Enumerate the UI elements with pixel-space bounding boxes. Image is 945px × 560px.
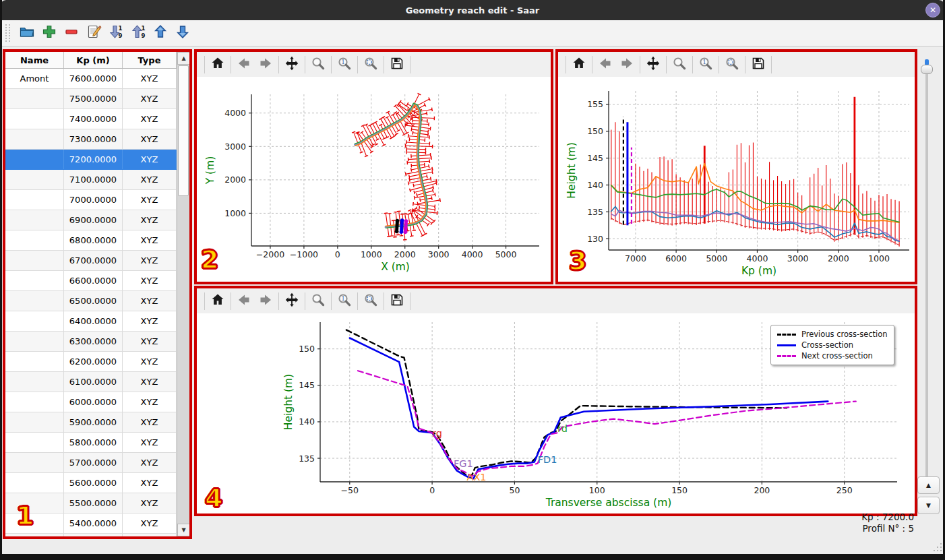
forward-button[interactable]: [255, 55, 276, 75]
table-row[interactable]: 5700.0000XYZ: [5, 453, 189, 473]
header-name[interactable]: Name: [5, 52, 64, 68]
table-row[interactable]: 6800.0000XYZ: [5, 230, 189, 251]
svg-text:−50: −50: [341, 485, 359, 495]
zoom-one-button[interactable]: 1: [695, 55, 717, 75]
table-row[interactable]: 5300.0000XYZ: [5, 534, 189, 536]
back-button[interactable]: [233, 291, 255, 311]
scroll-up-button[interactable]: ▲: [177, 52, 189, 65]
table-row[interactable]: 5600.0000XYZ: [5, 473, 189, 493]
zoom-button[interactable]: [307, 291, 329, 311]
table-body: Amont7600.0000XYZ7500.0000XYZ7400.0000XY…: [5, 69, 189, 536]
add-profile-button[interactable]: [38, 23, 60, 43]
table-row[interactable]: 5800.0000XYZ: [5, 433, 189, 453]
sort-ascending-icon: 19: [130, 24, 146, 42]
header-type[interactable]: Type: [123, 52, 177, 68]
table-cell-name: [5, 473, 64, 493]
table-row[interactable]: 6100.0000XYZ: [5, 372, 189, 392]
forward-button[interactable]: [255, 291, 276, 311]
home-button[interactable]: [568, 55, 590, 75]
pan-button[interactable]: [281, 55, 303, 75]
back-button[interactable]: [233, 55, 255, 75]
zoom-button[interactable]: [307, 55, 329, 75]
table-cell-type: XYZ: [123, 332, 177, 351]
zoom-one-button[interactable]: 1: [334, 55, 355, 75]
move-down-button[interactable]: [171, 23, 193, 43]
legend-entry: Cross-section: [777, 340, 888, 350]
forward-button[interactable]: [616, 55, 638, 75]
table-row[interactable]: 7000.0000XYZ: [5, 190, 189, 210]
edit-profile-button[interactable]: [82, 23, 104, 43]
table-row[interactable]: 6300.0000XYZ: [5, 332, 189, 352]
table-cell-name: [5, 514, 64, 533]
table-cell-type: XYZ: [123, 392, 177, 412]
title-bar: Geometry reach edit - Saar ✕: [0, 0, 945, 20]
svg-text:140: 140: [299, 416, 315, 427]
open-folder-button[interactable]: [16, 23, 38, 43]
sort-ascending-button[interactable]: 19: [127, 23, 149, 43]
table-cell-kp: 7600.0000: [64, 69, 123, 88]
table-cell-type: XYZ: [123, 210, 177, 230]
toolbar-separator: [384, 56, 384, 73]
zoom-one-icon: 1: [336, 55, 353, 74]
header-kp[interactable]: Kp (m): [64, 52, 123, 68]
table-row[interactable]: 6700.0000XYZ: [5, 251, 189, 271]
svg-text:140: 140: [587, 180, 603, 190]
table-row[interactable]: 5900.0000XYZ: [5, 412, 189, 433]
table-row[interactable]: 6600.0000XYZ: [5, 271, 189, 291]
home-button[interactable]: [207, 55, 228, 75]
table-row[interactable]: 6900.0000XYZ: [5, 210, 189, 230]
legend-entry: Previous cross-section: [777, 329, 888, 340]
table-cell-kp: 7200.0000: [64, 150, 123, 169]
table-cell-kp: 6400.0000: [64, 311, 123, 331]
save-button[interactable]: [386, 291, 408, 311]
table-row[interactable]: Amont7600.0000XYZ: [5, 69, 189, 89]
slider-track[interactable]: [925, 59, 928, 483]
svg-text:Transverse abscissa (m): Transverse abscissa (m): [545, 497, 672, 509]
profile-up-button[interactable]: ▲: [917, 476, 940, 494]
zoom-one-button[interactable]: 1: [334, 291, 355, 311]
svg-text:Kp (m): Kp (m): [741, 265, 776, 277]
scrollbar-thumb[interactable]: [178, 65, 189, 196]
table-row[interactable]: 7100.0000XYZ: [5, 170, 189, 190]
zoom-button[interactable]: [669, 55, 690, 75]
scroll-down-button[interactable]: ▼: [177, 524, 189, 536]
table-row[interactable]: 6200.0000XYZ: [5, 352, 189, 372]
table-row[interactable]: 7200.0000XYZ: [5, 150, 189, 170]
pan-button[interactable]: [281, 291, 303, 311]
profile-down-button[interactable]: ▼: [917, 497, 940, 514]
save-button[interactable]: [386, 55, 408, 75]
plan-plot-canvas[interactable]: −2000−1000010002000300040005000100020003…: [197, 77, 551, 282]
zoom-fit-button[interactable]: [721, 55, 743, 75]
table-row[interactable]: 6400.0000XYZ: [5, 311, 189, 332]
svg-text:0: 0: [429, 485, 435, 495]
table-row[interactable]: 7300.0000XYZ: [5, 129, 189, 150]
table-cell-kp: 5900.0000: [64, 412, 123, 432]
table-row[interactable]: 6500.0000XYZ: [5, 291, 189, 311]
back-button[interactable]: [595, 55, 616, 75]
move-up-button[interactable]: [149, 23, 171, 43]
svg-text:150: 150: [587, 126, 603, 136]
zoom-one-icon: 1: [698, 55, 714, 74]
resize-grip[interactable]: [932, 543, 942, 553]
back-icon: [236, 55, 252, 74]
zoom-fit-button[interactable]: [360, 55, 382, 75]
profile-plot-canvas[interactable]: 7000600050004000300020001000130135140145…: [558, 77, 915, 282]
table-row[interactable]: 7500.0000XYZ: [5, 89, 189, 109]
table-row[interactable]: 7400.0000XYZ: [5, 109, 189, 129]
table-scrollbar[interactable]: ▲ ▼: [177, 52, 189, 536]
home-button[interactable]: [207, 291, 228, 311]
save-button[interactable]: [748, 55, 769, 75]
edit-icon: [86, 24, 102, 42]
zoom-fit-button[interactable]: [360, 291, 382, 311]
table-row[interactable]: 6000.0000XYZ: [5, 392, 189, 412]
window-border-bottom: [0, 554, 945, 560]
toolbar-drag-handle[interactable]: [5, 24, 10, 42]
sort-descending-button[interactable]: 19: [104, 23, 127, 43]
slider-handle[interactable]: [921, 65, 933, 74]
remove-profile-button[interactable]: [60, 23, 82, 43]
profile-position-slider[interactable]: [922, 59, 932, 483]
pan-button[interactable]: [642, 55, 664, 75]
close-button[interactable]: ✕: [925, 3, 940, 18]
window-border-left: [0, 0, 2, 560]
svg-text:7000: 7000: [625, 253, 646, 263]
